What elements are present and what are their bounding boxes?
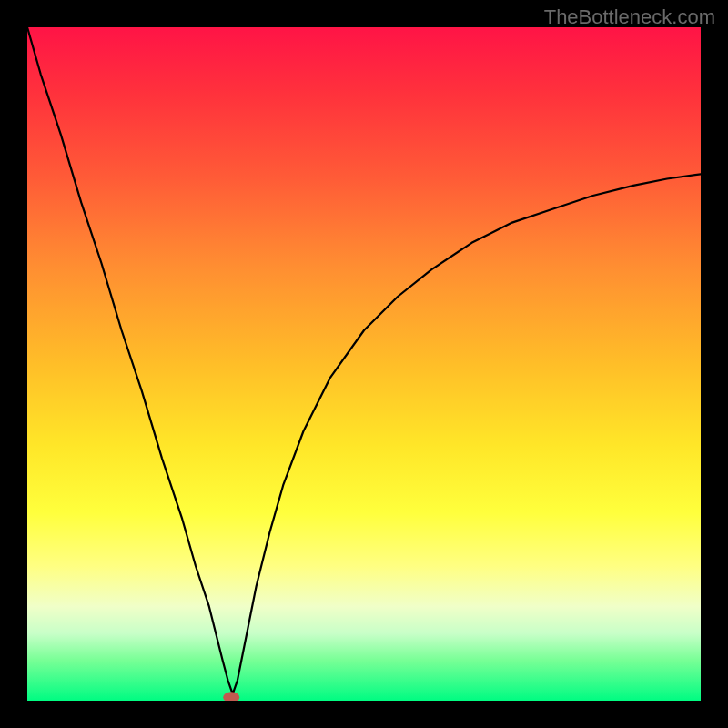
chart-svg <box>27 27 701 701</box>
plot-area <box>27 27 701 701</box>
bottleneck-curve <box>27 27 701 694</box>
optimum-marker-icon <box>223 692 239 701</box>
watermark-text: TheBottleneck.com <box>544 5 715 29</box>
chart-frame: TheBottleneck.com <box>0 0 728 728</box>
